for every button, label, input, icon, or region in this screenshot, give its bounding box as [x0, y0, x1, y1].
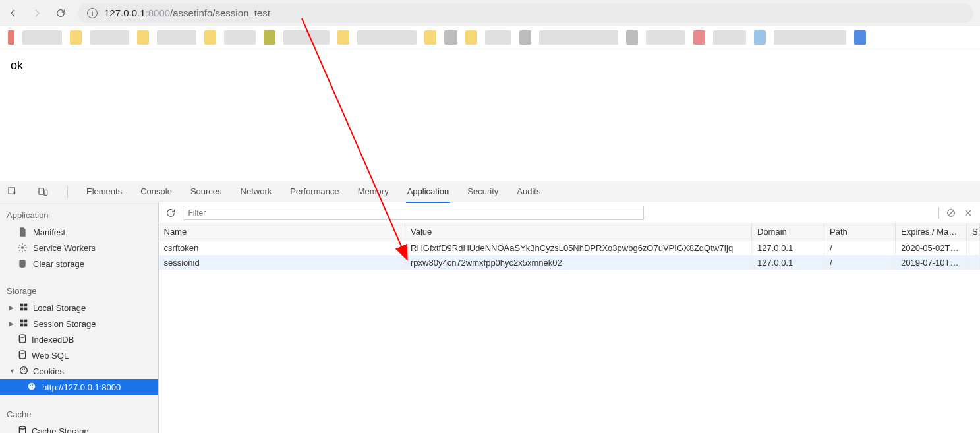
bookmarks-bar	[0, 26, 980, 49]
application-sidebar: Application Manifest Service Workers Cle…	[0, 202, 159, 433]
url-port: :8000	[146, 7, 171, 18]
inspect-icon[interactable]	[7, 186, 18, 198]
cell-expires: 2020-05-02T0...	[896, 241, 967, 255]
svg-point-23	[32, 384, 33, 386]
devtools-panel: Elements Console Sources Network Perform…	[0, 181, 980, 433]
cookies-table: Name Value Domain Path Expires / Max-...…	[159, 223, 981, 270]
section-application: Application	[0, 206, 158, 224]
gear-icon	[17, 243, 28, 253]
svg-rect-14	[24, 323, 28, 326]
nav-forward-button[interactable]	[30, 7, 43, 20]
tab-performance[interactable]: Performance	[290, 181, 339, 202]
database-icon	[17, 258, 28, 269]
tab-sources[interactable]: Sources	[190, 181, 222, 202]
sidebar-item-websql[interactable]: Web SQL	[0, 347, 158, 363]
sidebar-item-cookies[interactable]: ▼ Cookies	[0, 363, 158, 379]
chevron-down-icon: ▼	[9, 368, 14, 374]
tab-network[interactable]: Network	[241, 181, 272, 202]
sidebar-item-indexeddb[interactable]: IndexedDB	[0, 332, 158, 347]
tab-console[interactable]: Console	[140, 181, 172, 202]
tab-audits[interactable]: Audits	[517, 181, 540, 202]
sidebar-item-session-storage[interactable]: ▶ Session Storage	[0, 316, 158, 332]
document-icon	[17, 227, 28, 237]
cell-value: rpxw80y4cn72wmxfpp0hyc2x5xmnek02	[405, 255, 752, 270]
sidebar-item-service-workers[interactable]: Service Workers	[0, 240, 158, 256]
sidebar-item-clear-storage[interactable]: Clear storage	[0, 256, 158, 272]
svg-rect-10	[24, 307, 28, 310]
cookie-icon	[26, 381, 37, 393]
sidebar-item-label: Clear storage	[33, 259, 84, 269]
device-toggle-icon[interactable]	[37, 186, 49, 198]
refresh-button[interactable]	[165, 208, 176, 218]
col-header-name[interactable]: Name	[159, 223, 405, 241]
cookies-panel: Name Value Domain Path Expires / Max-...…	[159, 202, 981, 433]
delete-button[interactable]	[963, 208, 973, 218]
page-body-text: ok	[11, 59, 23, 72]
nav-reload-button[interactable]	[54, 7, 67, 20]
divider	[67, 186, 68, 198]
grid-icon	[18, 318, 29, 330]
sidebar-item-label: Cache Storage	[32, 426, 89, 434]
grid-icon	[18, 302, 29, 314]
reload-icon	[55, 8, 66, 18]
table-row[interactable]: sessionid rpxw80y4cn72wmxfpp0hyc2x5xmnek…	[159, 255, 980, 270]
cell-size	[967, 255, 980, 270]
sidebar-item-label: Service Workers	[33, 243, 96, 253]
cell-path: /	[824, 241, 896, 255]
svg-point-20	[24, 371, 25, 372]
svg-rect-3	[39, 188, 43, 194]
sidebar-item-local-storage[interactable]: ▶ Local Storage	[0, 300, 158, 316]
arrow-left-icon	[8, 8, 18, 18]
no-entry-icon	[946, 208, 956, 218]
tab-application[interactable]: Application	[407, 181, 449, 202]
sidebar-item-label: Cookies	[33, 366, 64, 376]
tab-security[interactable]: Security	[467, 181, 498, 202]
cell-domain: 127.0.0.1	[752, 241, 824, 255]
close-icon	[963, 208, 973, 218]
svg-rect-12	[24, 319, 28, 322]
reload-icon	[165, 208, 176, 218]
cell-name: csrftoken	[159, 241, 405, 255]
url-bar[interactable]: i 127.0.0.1 :8000 /assetinfo/session_tes…	[78, 3, 973, 23]
site-info-icon[interactable]: i	[87, 8, 98, 18]
devtools-tabs: Elements Console Sources Network Perform…	[0, 181, 980, 202]
table-header-row: Name Value Domain Path Expires / Max-...…	[159, 223, 980, 241]
sidebar-item-cache-storage[interactable]: Cache Storage	[0, 423, 158, 433]
svg-point-24	[32, 387, 33, 388]
arrow-right-icon	[32, 8, 42, 18]
svg-rect-8	[24, 303, 28, 306]
table-row[interactable]: csrftoken RHGfxtfD9RdHUdeNNOAaSYk3hCyzsL…	[159, 241, 980, 255]
browser-toolbar: i 127.0.0.1 :8000 /assetinfo/session_tes…	[0, 0, 980, 26]
col-header-expires[interactable]: Expires / Max-...	[896, 223, 967, 241]
nav-back-button[interactable]	[7, 7, 20, 20]
chevron-right-icon: ▶	[9, 320, 14, 327]
col-header-value[interactable]: Value	[405, 223, 752, 241]
col-header-path[interactable]: Path	[824, 223, 896, 241]
url-text: 127.0.0.1 :8000 /assetinfo/session_test	[104, 7, 270, 18]
cell-value: RHGfxtfD9RdHUdeNNOAaSYk3hCyzsL05NhDPRXo3…	[405, 241, 752, 255]
tab-elements[interactable]: Elements	[86, 181, 122, 202]
database-icon	[17, 349, 28, 362]
sidebar-item-manifest[interactable]: Manifest	[0, 224, 158, 240]
database-icon	[17, 333, 28, 346]
svg-rect-13	[20, 323, 24, 326]
svg-rect-11	[20, 319, 24, 322]
svg-point-21	[28, 382, 36, 390]
svg-point-16	[19, 351, 25, 353]
sidebar-item-label: Manifest	[33, 227, 65, 237]
page-content: ok	[0, 49, 980, 181]
filter-input[interactable]	[183, 206, 644, 220]
section-storage: Storage	[0, 282, 158, 300]
col-header-size[interactable]: Si	[967, 223, 980, 241]
cell-domain: 127.0.0.1	[752, 255, 824, 270]
clear-all-button[interactable]	[946, 208, 956, 218]
section-cache: Cache	[0, 405, 158, 423]
url-host: 127.0.0.1	[104, 7, 146, 18]
svg-point-19	[24, 368, 25, 370]
sidebar-item-label: Session Storage	[33, 319, 96, 329]
svg-point-18	[22, 368, 23, 370]
sidebar-item-cookie-origin[interactable]: http://127.0.0.1:8000	[0, 379, 158, 395]
col-header-domain[interactable]: Domain	[752, 223, 824, 241]
chevron-right-icon: ▶	[9, 304, 14, 311]
tab-memory[interactable]: Memory	[358, 181, 389, 202]
